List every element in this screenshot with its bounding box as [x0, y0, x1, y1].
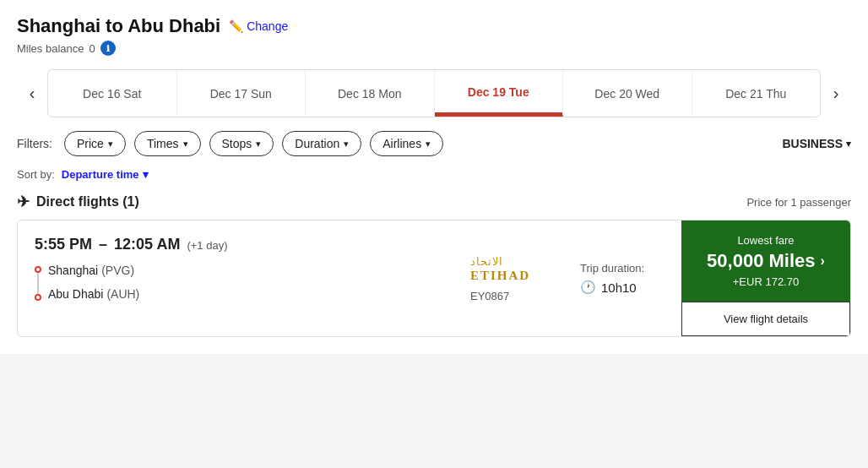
origin-city: Shanghai — [48, 264, 98, 277]
view-details-button[interactable]: View flight details — [681, 302, 850, 336]
cabin-class-label: BUSINESS — [782, 137, 843, 150]
dest-airport: Abu Dhabi (AUH) — [48, 287, 139, 301]
flight-info: 5:55 PM – 12:05 AM (+1 day) Shanghai (PV… — [18, 220, 453, 336]
section-title: ✈ Direct flights (1) — [17, 193, 139, 211]
filter-times[interactable]: Times ▾ — [134, 131, 201, 156]
arrival-time: 12:05 AM — [114, 236, 180, 253]
sort-row: Sort by: Departure time ▾ — [17, 168, 851, 181]
date-nav-container: ‹ Dec 16 Sat Dec 17 Sun Dec 18 Mon Dec 1… — [17, 69, 851, 117]
filter-airlines-label: Airlines — [382, 137, 421, 150]
filter-stops[interactable]: Stops ▾ — [209, 131, 274, 156]
filters-row: Filters: Price ▾ Times ▾ Stops ▾ Duratio… — [17, 131, 851, 156]
date-dec18[interactable]: Dec 18 Mon — [306, 70, 435, 117]
flight-card: 5:55 PM – 12:05 AM (+1 day) Shanghai (PV… — [17, 220, 851, 337]
dest-dot — [35, 294, 41, 301]
dest-code: (AUH) — [106, 287, 139, 301]
airlines-chevron-icon: ▾ — [426, 139, 431, 150]
filter-stops-label: Stops — [222, 137, 252, 150]
clock-icon: 🕐 — [580, 280, 596, 295]
date-dec19[interactable]: Dec 19 Tue — [435, 70, 564, 117]
date-next-arrow[interactable]: › — [821, 69, 851, 117]
filter-price-label: Price — [77, 137, 104, 150]
duration-text: 10h10 — [601, 280, 637, 295]
origin-airport: Shanghai (PVG) — [48, 264, 139, 277]
date-nav: Dec 16 Sat Dec 17 Sun Dec 18 Mon Dec 19 … — [47, 69, 821, 117]
miles-badge-icon: ℹ — [100, 41, 116, 56]
plus-day: (+1 day) — [187, 239, 227, 252]
flight-times: 5:55 PM – 12:05 AM (+1 day) — [35, 236, 437, 253]
change-link[interactable]: ✏️ Change — [229, 19, 288, 33]
filter-price[interactable]: Price ▾ — [64, 131, 126, 156]
section-title-text: Direct flights (1) — [36, 194, 139, 210]
duration-chevron-icon: ▾ — [344, 139, 349, 150]
fare-eur: +EUR 172.70 — [733, 275, 799, 288]
departure-time: 5:55 PM — [35, 236, 92, 253]
section-header: ✈ Direct flights (1) Price for 1 passeng… — [17, 193, 851, 211]
times-chevron-icon: ▾ — [183, 139, 188, 150]
date-dec21[interactable]: Dec 21 Thu — [692, 70, 821, 117]
fare-arrow-icon: › — [821, 253, 825, 269]
route-title: Shanghai to Abu Dhabi ✏️ Change — [17, 15, 851, 37]
date-dec16[interactable]: Dec 16 Sat — [48, 70, 177, 117]
change-label: Change — [247, 19, 288, 33]
etihad-logo: الاتحاد ETIHAD — [470, 255, 530, 283]
fare-label: Lowest fare — [737, 234, 794, 247]
airline-english-text: ETIHAD — [470, 269, 530, 283]
trip-duration-value: 🕐 10h10 — [580, 280, 637, 295]
miles-balance-row: Miles balance 0 ℹ — [17, 41, 851, 56]
airline-section: الاتحاد ETIHAD EY0867 — [453, 220, 563, 336]
date-dec17[interactable]: Dec 17 Sun — [177, 70, 307, 117]
sort-button[interactable]: Departure time ▾ — [62, 168, 149, 181]
plane-icon: ✈ — [17, 193, 30, 211]
filter-duration-label: Duration — [295, 137, 339, 150]
filter-times-label: Times — [147, 137, 179, 150]
miles-balance-value: 0 — [90, 42, 95, 55]
fare-box: Lowest fare 50,000 Miles › +EUR 172.70 V… — [681, 220, 850, 336]
sort-label: Sort by: — [17, 168, 55, 181]
sort-value: Departure time — [62, 168, 139, 181]
flight-number: EY0867 — [470, 290, 509, 302]
date-prev-arrow[interactable]: ‹ — [17, 69, 47, 117]
sort-chevron-icon: ▾ — [143, 168, 149, 181]
cabin-class-button[interactable]: BUSINESS ▾ — [782, 137, 851, 150]
filters-label: Filters: — [17, 137, 52, 150]
page: Shanghai to Abu Dhabi ✏️ Change Miles ba… — [0, 0, 868, 354]
origin-dot — [35, 266, 41, 273]
miles-balance-label: Miles balance — [17, 42, 84, 55]
price-note: Price for 1 passenger — [746, 196, 851, 209]
airline-arabic-text: الاتحاد — [470, 255, 503, 269]
price-chevron-icon: ▾ — [108, 139, 113, 150]
header: Shanghai to Abu Dhabi ✏️ Change Miles ba… — [17, 15, 851, 56]
date-dec20[interactable]: Dec 20 Wed — [563, 70, 692, 117]
fare-miles: 50,000 Miles › — [707, 250, 825, 272]
time-separator: – — [99, 236, 107, 253]
cabin-chevron-icon: ▾ — [846, 139, 851, 150]
pencil-icon: ✏️ — [229, 19, 243, 33]
dest-city: Abu Dhabi — [48, 287, 103, 301]
filter-duration[interactable]: Duration ▾ — [282, 131, 361, 156]
route-text: Shanghai to Abu Dhabi — [17, 15, 220, 37]
duration-section: Trip duration: 🕐 10h10 — [563, 220, 681, 336]
miles-amount: 50,000 Miles — [707, 250, 815, 272]
origin-code: (PVG) — [101, 264, 134, 277]
stops-chevron-icon: ▾ — [256, 139, 261, 150]
trip-duration-label: Trip duration: — [580, 262, 644, 275]
filter-airlines[interactable]: Airlines ▾ — [370, 131, 443, 156]
fare-main[interactable]: Lowest fare 50,000 Miles › +EUR 172.70 — [681, 220, 850, 302]
